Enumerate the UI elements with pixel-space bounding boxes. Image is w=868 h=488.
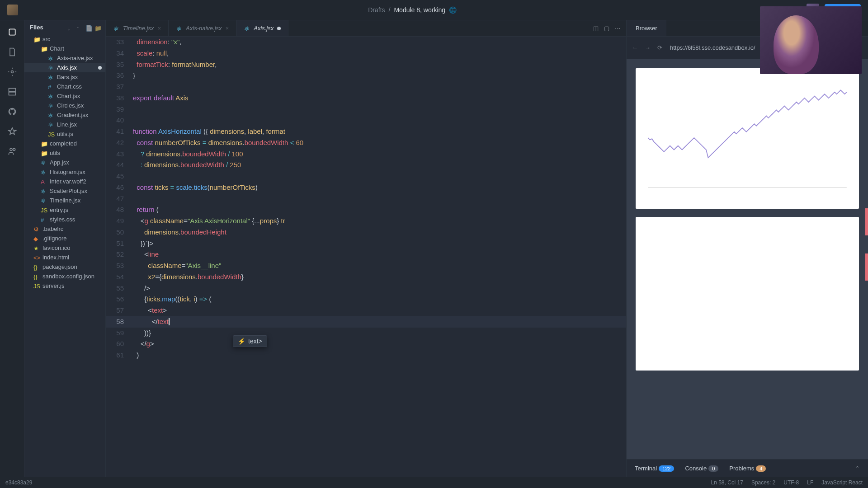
code-line-55[interactable]: 55 /> [106,283,626,294]
file-.gitignore[interactable]: ◆.gitignore [24,234,105,243]
file-styles.css[interactable]: #styles.css [24,215,105,224]
code-line-47[interactable]: 47 [106,193,626,205]
folder-utils[interactable]: 📁utils [24,148,105,158]
code-line-57[interactable]: 57 <text> [106,305,626,316]
folder-Chart[interactable]: 📁Chart [24,44,105,53]
github-icon[interactable] [8,107,17,116]
code-line-54[interactable]: 54 x2={dimensions.boundedWidth} [106,272,626,283]
file-server.js[interactable]: JSserver.js [24,281,105,291]
code-line-50[interactable]: 50 dimensions.boundedHeight [106,227,626,238]
breadcrumb-drafts[interactable]: Drafts [368,6,385,14]
file-Chart.css[interactable]: #Chart.css [24,82,105,91]
live-icon[interactable] [8,147,17,156]
gutter: 35 [106,59,133,70]
code-line-61[interactable]: 61 ) [106,350,626,361]
download-icon[interactable]: ↓ [67,25,73,30]
file-App.jsx[interactable]: ⚛App.jsx [24,158,105,167]
file-Axis-naive.jsx[interactable]: ⚛Axis-naive.jsx [24,53,105,63]
chevron-up-icon[interactable]: ⌃ [855,465,860,472]
file-package.json[interactable]: {}package.json [24,262,105,272]
autocomplete-popup[interactable]: ⚡text> [233,335,267,347]
code-line-48[interactable]: 48 return ( [106,204,626,216]
file-sandbox.config.json[interactable]: {}sandbox.config.json [24,272,105,281]
code-line-59[interactable]: 59 ))} [106,328,626,339]
code-line-41[interactable]: 41function AxisHorizontal ({ dimensions,… [106,126,626,137]
git-sha[interactable]: e34c83a29 [5,479,32,486]
file-Axis.jsx[interactable]: ⚛Axis.jsx [24,63,105,72]
close-icon[interactable]: × [226,25,229,32]
file-Chart.jsx[interactable]: ⚛Chart.jsx [24,91,105,101]
tab-Axis.jsx[interactable]: ⚛Axis.jsx [236,20,288,36]
breadcrumb-current[interactable]: Module 8, working [394,6,445,14]
code-line-56[interactable]: 56 {ticks.map((tick, i) => ( [106,294,626,305]
tab-Axis-naive.jsx[interactable]: ⚛Axis-naive.jsx× [169,20,236,36]
gutter: 56 [106,294,133,305]
code-line-60[interactable]: 60 </g> [106,338,626,350]
code-line-53[interactable]: 53 className="Axis__line" [106,260,626,272]
code-line-39[interactable]: 39 [106,104,626,115]
terminal-tab[interactable]: Terminal122 [635,465,674,472]
file-Line.jsx[interactable]: ⚛Line.jsx [24,120,105,129]
tab-Timeline.jsx[interactable]: ⚛Timeline.jsx× [106,20,169,36]
code-line-46[interactable]: 46 const ticks = scale.ticks(numberOfTic… [106,182,626,193]
code-line-52[interactable]: 52 <line [106,249,626,260]
lang-mode[interactable]: JavaScript React [821,479,863,486]
file-Timeline.jsx[interactable]: ⚛Timeline.jsx [24,196,105,205]
preview-icon[interactable]: ▢ [604,25,609,32]
back-icon[interactable]: ← [632,44,639,52]
file-entry.js[interactable]: JSentry.js [24,205,105,215]
file-.babelrc[interactable]: ⚙.babelrc [24,224,105,234]
code-line-40[interactable]: 40 [106,115,626,126]
code-line-43[interactable]: 43 ? dimensions.boundedWidth / 100 [106,149,626,160]
code-line-35[interactable]: 35 formatTick: formatNumber, [106,59,626,70]
code-line-33[interactable]: 33 dimension: "x", [106,37,626,48]
eol[interactable]: LF [807,479,813,486]
encoding[interactable]: UTF-8 [783,479,799,486]
code-line-51[interactable]: 51 })`}> [106,238,626,249]
file-label: utils [50,150,60,156]
file-ScatterPlot.jsx[interactable]: ⚛ScatterPlot.jsx [24,186,105,196]
code-line-58[interactable]: 58 </text [106,316,626,328]
folder-completed[interactable]: 📁completed [24,139,105,148]
code-line-37[interactable]: 37 [106,81,626,93]
code-editor[interactable]: 33 dimension: "x",34 scale: null,35 form… [106,37,626,477]
file-Inter.var.woff2[interactable]: AInter.var.woff2 [24,177,105,186]
forward-icon[interactable]: → [645,44,652,52]
indent[interactable]: Spaces: 2 [751,479,775,486]
logo[interactable] [7,5,18,15]
file-favicon.ico[interactable]: ★favicon.ico [24,243,105,253]
code-line-42[interactable]: 42 const numberOfTicks = dimensions.boun… [106,137,626,149]
console-tab[interactable]: Console0 [685,465,718,472]
file-utils.js[interactable]: JSutils.js [24,129,105,139]
file-Bars.jsx[interactable]: ⚛Bars.jsx [24,72,105,82]
explorer-icon[interactable] [8,28,17,37]
file-icon[interactable] [8,47,17,56]
file-Histogram.jsx[interactable]: ⚛Histogram.jsx [24,167,105,177]
tab-label: Timeline.jsx [123,25,154,32]
file-index.html[interactable]: <>index.html [24,253,105,262]
more-icon[interactable]: ⋯ [615,25,621,32]
code-line-49[interactable]: 49 <g className="Axis AxisHorizontal" {.… [106,216,626,227]
dirty-indicator [277,27,281,30]
server-icon[interactable] [8,87,17,96]
problems-tab[interactable]: Problems4 [729,465,766,472]
split-icon[interactable]: ◫ [593,25,599,32]
file-Circles.jsx[interactable]: ⚛Circles.jsx [24,101,105,110]
folder-src[interactable]: 📁src [24,34,105,44]
code-line-45[interactable]: 45 [106,171,626,182]
deploy-icon[interactable] [8,127,17,136]
reload-icon[interactable]: ⟳ [657,44,665,52]
code-line-34[interactable]: 34 scale: null, [106,48,626,59]
file-Gradient.jsx[interactable]: ⚛Gradient.jsx [24,110,105,120]
cursor-pos[interactable]: Ln 58, Col 17 [711,479,743,486]
react-icon: ⚛ [176,25,182,32]
browser-tab[interactable]: Browser [627,20,666,36]
code-line-38[interactable]: 38export default Axis [106,93,626,104]
close-icon[interactable]: × [158,25,161,32]
code-line-36[interactable]: 36} [106,70,626,81]
new-file-icon[interactable]: 📄 [85,25,91,30]
new-folder-icon[interactable]: 📁 [94,25,100,30]
settings-icon[interactable] [8,67,17,76]
upload-icon[interactable]: ↑ [76,25,82,30]
code-line-44[interactable]: 44 : dimensions.boundedWidth / 250 [106,160,626,171]
